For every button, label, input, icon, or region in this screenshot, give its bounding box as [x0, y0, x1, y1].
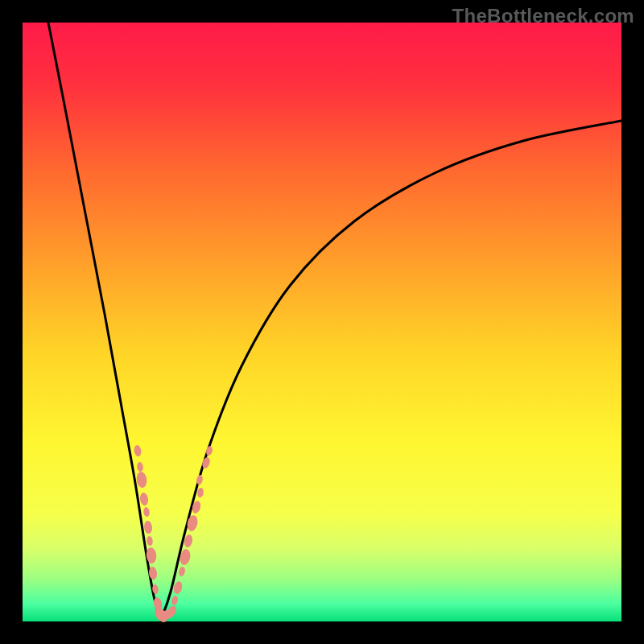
marker-dot: [143, 521, 153, 535]
marker-dot: [178, 566, 186, 576]
marker-dot: [197, 488, 204, 498]
marker-dot: [139, 492, 149, 506]
curve-left-branch: [48, 23, 161, 620]
curve-right-branch: [161, 121, 621, 620]
watermark-text: TheBottleneck.com: [452, 5, 634, 27]
marker-dot: [136, 471, 148, 488]
marker-dot: [142, 507, 150, 518]
marker-dot: [136, 462, 143, 473]
marker-dot: [134, 444, 142, 456]
marker-dot: [171, 595, 179, 606]
marker-dot: [147, 536, 154, 547]
chart-frame: TheBottleneck.com: [0, 0, 644, 644]
chart-svg-layer: [0, 0, 644, 644]
